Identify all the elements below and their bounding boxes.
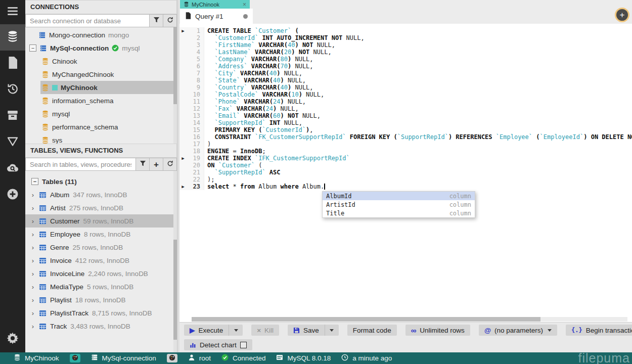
rail-item-archive[interactable] [0, 103, 25, 129]
chevron-right-icon[interactable]: › [30, 309, 35, 317]
begin-transaction-button[interactable]: {.} Begin transaction [566, 325, 632, 336]
execute-button[interactable]: ▶ Execute [184, 325, 229, 336]
code-line[interactable]: 17) [179, 141, 632, 148]
table-item[interactable]: ›MediaType5 rows, InnoDB [25, 280, 177, 293]
sql-editor[interactable]: ▶1CREATE TABLE `Customer` (2 `CustomerId… [179, 24, 632, 322]
tables-add-button[interactable]: + [149, 158, 163, 171]
connections-filter-button[interactable] [149, 14, 163, 27]
chevron-right-icon[interactable]: › [30, 217, 35, 225]
kill-button[interactable]: × Kill [251, 325, 279, 336]
code-line[interactable]: 11 `Phone` VARCHAR(24) NULL, [179, 98, 632, 105]
code-line[interactable]: 22); [179, 176, 632, 183]
save-dropdown-button[interactable] [325, 325, 339, 336]
rail-item-history[interactable] [0, 77, 25, 103]
code-line[interactable]: 10 `PostalCode` VARCHAR(10) NULL, [179, 91, 632, 98]
code-line[interactable]: 2 `CustomerId` INT AUTO_INCREMENT NOT NU… [179, 34, 632, 41]
code-line[interactable]: 18ENGINE = InnoDB; [179, 148, 632, 155]
tables-refresh-button[interactable] [163, 158, 177, 171]
table-item[interactable]: ›Playlist18 rows, InnoDB [25, 293, 177, 306]
rail-item-filters[interactable] [0, 129, 25, 156]
save-button[interactable]: Save [288, 325, 325, 336]
chevron-right-icon[interactable]: › [30, 257, 35, 264]
connection-item[interactable]: information_schema [40, 94, 177, 107]
chevron-right-icon[interactable]: › [30, 231, 35, 238]
rail-item-database[interactable] [0, 24, 25, 51]
code-line[interactable]: 3 `FirstName` VARCHAR(40) NOT NULL, [179, 41, 632, 49]
tables-filter-button[interactable] [136, 158, 149, 171]
code-line[interactable]: 16 CONSTRAINT `FK_CustomerSupportRepId` … [179, 133, 632, 141]
code-line[interactable]: 20ON `Customer` ( [179, 162, 632, 169]
status-connection[interactable]: MySql-connection [91, 354, 156, 362]
connection-item[interactable]: MyChinook [40, 81, 177, 94]
chevron-right-icon[interactable]: › [30, 204, 35, 212]
code-line[interactable]: ▶1CREATE TABLE `Customer` ( [179, 27, 632, 34]
run-line-icon[interactable]: ▶ [179, 155, 187, 162]
code-line[interactable]: 13 `Email` VARCHAR(60) NOT NULL, [179, 112, 632, 119]
autocomplete-item[interactable]: AlbumIdcolumn [323, 192, 475, 200]
tab-query[interactable]: Query #1 [180, 9, 253, 24]
code-line[interactable]: ▶23select * from Album where Album. [179, 183, 632, 190]
editor-horizontal-scrollbar[interactable] [192, 317, 627, 322]
tables-search-input[interactable] [25, 158, 136, 171]
table-item[interactable]: ›Invoice412 rows, InnoDB [25, 254, 177, 267]
execute-dropdown-button[interactable] [229, 325, 243, 336]
connections-refresh-button[interactable] [163, 14, 177, 27]
chevron-right-icon[interactable]: › [30, 244, 35, 251]
run-line-icon[interactable]: ▶ [179, 183, 187, 190]
code-line[interactable]: 21 `SupportRepId` ASC [179, 169, 632, 176]
connections-search-input[interactable] [25, 14, 149, 27]
table-item[interactable]: ›InvoiceLine2,240 rows, InnoDB [25, 267, 177, 280]
table-item[interactable]: ›Employee8 rows, InnoDB [25, 228, 177, 241]
code-line[interactable]: 6 `Address` VARCHAR(70) NULL, [179, 63, 632, 70]
code-line[interactable]: 12 `Fax` VARCHAR(24) NULL, [179, 105, 632, 112]
connection-item[interactable]: mysql [40, 107, 177, 120]
chevron-right-icon[interactable]: › [30, 323, 35, 330]
settings-button[interactable] [0, 326, 25, 352]
run-line-icon[interactable]: ▶ [179, 27, 187, 34]
code-line[interactable]: ▶19CREATE INDEX `IFK_CustomerSupportRepI… [179, 155, 632, 162]
table-item[interactable]: ›Genre25 rows, InnoDB [25, 241, 177, 254]
table-item[interactable]: ›Customer59 rows, InnoDB [25, 214, 177, 228]
scrollbar-thumb[interactable] [173, 240, 177, 339]
close-icon[interactable]: × [243, 2, 246, 8]
format-code-button[interactable]: Format code [347, 325, 397, 336]
parameters-button[interactable]: @ (no parameters) [479, 325, 557, 336]
connection-item[interactable]: Chinook [40, 55, 177, 68]
rail-item-cloud-search[interactable] [0, 156, 25, 182]
table-item[interactable]: ›Track3,483 rows, InnoDB [25, 320, 177, 333]
connection-item[interactable]: performance_schema [40, 120, 177, 133]
code-line[interactable]: 5 `Company` VARCHAR(80) NULL, [179, 56, 632, 63]
tables-group-row[interactable]: − Tables (11) [25, 175, 177, 188]
database-color-button[interactable] [70, 354, 80, 362]
tables-scrollbar[interactable] [173, 171, 177, 352]
detect-chart-checkbox[interactable] [240, 342, 247, 348]
code-line[interactable]: 15 PRIMARY KEY (`CustomerId`), [179, 126, 632, 133]
table-item[interactable]: ›Artist275 rows, InnoDB [25, 201, 177, 214]
rail-item-add[interactable] [0, 182, 25, 208]
scrollbar-thumb[interactable] [173, 27, 177, 104]
connection-item[interactable]: −MySql-connectionmysql [25, 41, 177, 55]
unlimited-rows-button[interactable]: ∞ Unlimited rows [405, 325, 470, 336]
chevron-right-icon[interactable]: › [30, 270, 35, 278]
table-item[interactable]: ›PlaylistTrack8,715 rows, InnoDB [25, 306, 177, 320]
menu-button[interactable] [0, 0, 25, 24]
connection-item[interactable]: Mongo-connectionmongo [25, 28, 177, 41]
autocomplete-item[interactable]: ArtistIdcolumn [323, 200, 475, 209]
connections-scrollbar[interactable] [173, 27, 177, 144]
new-tab-button[interactable]: + [616, 9, 628, 21]
table-item[interactable]: ›Album347 rows, InnoDB [25, 188, 177, 201]
chevron-right-icon[interactable]: › [30, 296, 35, 304]
detect-chart-button[interactable]: Detect chart [184, 339, 252, 350]
chevron-right-icon[interactable]: › [30, 191, 35, 199]
collapse-icon[interactable]: − [29, 44, 36, 52]
rail-item-files[interactable] [0, 51, 25, 77]
code-line[interactable]: 4 `LastName` VARCHAR(20) NOT NULL, [179, 49, 632, 56]
connection-item[interactable]: MyChangedChinook [40, 68, 177, 81]
tab-connection[interactable]: MyChinook × [180, 0, 250, 9]
code-line[interactable]: 9 `Country` VARCHAR(40) NULL, [179, 84, 632, 91]
connection-item[interactable]: sys [40, 133, 177, 144]
code-line[interactable]: 14 `SupportRepId` INT NULL, [179, 119, 632, 126]
code-line[interactable]: 7 `City` VARCHAR(40) NULL, [179, 70, 632, 77]
chevron-right-icon[interactable]: › [30, 283, 35, 291]
connection-color-button[interactable] [167, 354, 177, 362]
